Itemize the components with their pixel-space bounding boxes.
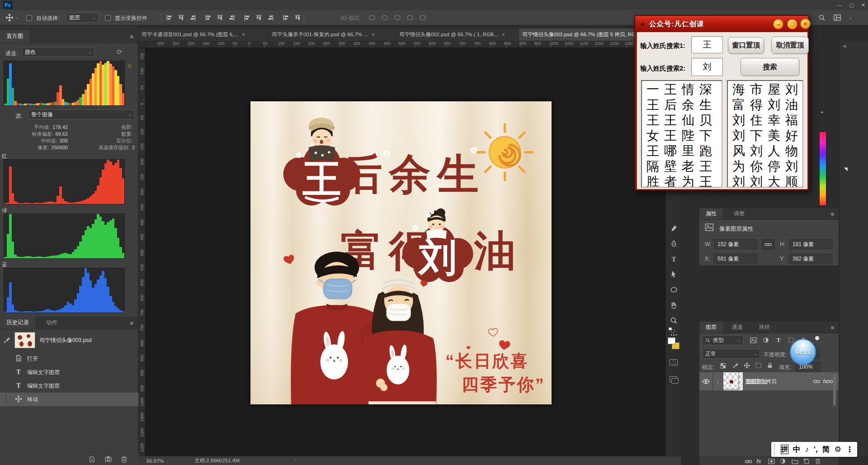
collapse-panels-icon[interactable]: « bbox=[843, 43, 846, 49]
tab-layers[interactable]: 图层 bbox=[699, 322, 723, 333]
lock-pixels-icon[interactable] bbox=[732, 362, 738, 369]
quick-mask-icon[interactable] bbox=[670, 359, 678, 365]
align-icon[interactable] bbox=[204, 14, 212, 21]
layer-style-icon[interactable]: fx bbox=[756, 458, 761, 465]
history-source-checkbox[interactable] bbox=[0, 380, 6, 391]
align-icon[interactable] bbox=[165, 14, 173, 21]
panel-menu-icon[interactable]: ≡ bbox=[130, 33, 133, 40]
cancel-pin-button[interactable]: 取消置顶 bbox=[771, 37, 809, 54]
pen-tool[interactable] bbox=[668, 238, 679, 249]
history-brush-source-icon[interactable] bbox=[3, 337, 10, 344]
screen-mode-icon[interactable] bbox=[670, 376, 677, 382]
tab-close-icon[interactable]: × bbox=[372, 32, 375, 38]
lock-all-icon[interactable] bbox=[767, 362, 773, 369]
name-result-item[interactable]: 风刘人物 bbox=[732, 143, 802, 159]
align-icon[interactable] bbox=[189, 14, 197, 21]
history-step-row[interactable]: 打开 bbox=[0, 352, 138, 365]
results-list-2[interactable]: 海市屋刘富得刘油刘住幸福刘下美好风刘人物为你停刘刘刘大顺 bbox=[727, 80, 803, 188]
color-panel-arrow-icon[interactable]: ▲ bbox=[820, 109, 824, 114]
name-result-item[interactable]: 富得刘油 bbox=[732, 97, 802, 113]
align-icon[interactable] bbox=[255, 14, 263, 21]
name-result-item[interactable]: 胜者为王 bbox=[646, 174, 722, 188]
show-transform-checkbox[interactable] bbox=[105, 15, 111, 21]
name-result-item[interactable]: 刘下美好 bbox=[732, 128, 802, 143]
color-ramp[interactable] bbox=[819, 132, 826, 206]
name-search-dialog[interactable]: 公众号:凡仁创课 – □ × 输入姓氏搜索1: 王 窗口置顶 取消置顶 输入姓氏… bbox=[634, 15, 809, 191]
layer-filter-dropdown[interactable]: 类型⌄ bbox=[702, 335, 744, 345]
tab-properties[interactable]: 属性 bbox=[699, 208, 723, 219]
vertical-ruler[interactable]: 1501005005010015020025030035040045050055… bbox=[138, 48, 146, 456]
history-snapshot-row[interactable]: 司宁情侣头像003.psd bbox=[3, 332, 92, 348]
new-snapshot-camera-icon[interactable] bbox=[105, 456, 112, 462]
ime-pinyin-icon[interactable]: 拼 bbox=[781, 445, 788, 454]
name-result-item[interactable]: 王哪里跑 bbox=[646, 143, 722, 159]
add-mask-icon[interactable] bbox=[768, 459, 775, 464]
filter-type-icon[interactable] bbox=[775, 337, 782, 343]
new-group-icon[interactable] bbox=[792, 459, 798, 464]
lock-transparent-icon[interactable] bbox=[720, 363, 726, 369]
name-result-item[interactable]: 海市屋刘 bbox=[732, 82, 802, 97]
height-field[interactable]: 181 像素 bbox=[789, 239, 832, 249]
delete-state-trash-icon[interactable] bbox=[121, 456, 127, 463]
zoom-tool[interactable] bbox=[668, 315, 679, 326]
layer-row[interactable]: ↓ T fx⌄ bbox=[699, 372, 839, 378]
status-chevron-icon[interactable]: 〉 bbox=[294, 457, 299, 464]
y-field[interactable]: 382 像素 bbox=[789, 254, 832, 264]
align-icon[interactable] bbox=[243, 14, 251, 21]
ime-chinese-mode-icon[interactable]: 中 bbox=[793, 446, 801, 453]
default-colors-icon[interactable] bbox=[669, 327, 675, 333]
refresh-histogram-icon[interactable]: ⟳ bbox=[117, 48, 123, 56]
tab-paths[interactable]: 路径 bbox=[753, 322, 776, 333]
history-source-checkbox[interactable] bbox=[0, 353, 6, 364]
align-icon[interactable] bbox=[294, 14, 302, 21]
tab-close-icon[interactable]: × bbox=[502, 32, 505, 38]
name-result-item[interactable]: 刘刘大顺 bbox=[732, 174, 802, 188]
cached-data-warning-icon[interactable]: ⚠ bbox=[127, 62, 132, 69]
tool-preset-chevron[interactable]: ⌄ bbox=[15, 15, 19, 19]
foreground-background-swatches[interactable] bbox=[668, 337, 679, 351]
hand-tool[interactable] bbox=[668, 299, 679, 310]
window-maximize-button[interactable]: ▢ bbox=[849, 2, 854, 8]
workspace-chevron-icon[interactable]: ⌄ bbox=[849, 15, 853, 20]
name-result-item[interactable]: 隔壁老王 bbox=[646, 159, 722, 174]
name-result-item[interactable]: 王王仙贝 bbox=[646, 113, 722, 128]
layer-name[interactable]: 图层 3 bbox=[745, 378, 761, 385]
expand-triangle-icon[interactable]: ◥ bbox=[844, 166, 848, 171]
tab-channels[interactable]: 通道 bbox=[726, 322, 749, 333]
document-tab[interactable]: 司宁卡通谐音001.psd @ 66.7% (图层 6,...× bbox=[138, 28, 269, 41]
panel-drag-strip[interactable] bbox=[0, 25, 138, 30]
zoom-level-field[interactable]: 66.67% bbox=[143, 458, 168, 464]
align-icon[interactable] bbox=[177, 14, 185, 21]
filter-adjustment-icon[interactable] bbox=[763, 337, 769, 343]
document-tab[interactable]: 司宁情侣头像002.psd @ 66.7% ( 1, RGB...× bbox=[396, 28, 519, 41]
horizontal-ruler[interactable]: 3002502001501005005010015020025030035040… bbox=[146, 41, 665, 48]
window-close-button[interactable]: ✕ bbox=[861, 2, 865, 8]
lock-artboard-icon[interactable] bbox=[755, 362, 762, 369]
tab-histogram[interactable]: 直方图 bbox=[0, 30, 30, 43]
name-result-item[interactable]: 王后余生 bbox=[646, 97, 722, 113]
layers-scrollbar[interactable] bbox=[833, 374, 836, 406]
move-tool-icon[interactable] bbox=[5, 14, 14, 22]
layer-thumbnail[interactable] bbox=[723, 372, 739, 378]
new-layer-icon[interactable] bbox=[803, 458, 809, 464]
path-select-tool[interactable] bbox=[668, 269, 679, 280]
results-list-1[interactable]: 一王情深王后余生王王仙贝女王陛下王哪里跑隔壁老王胜者为王 bbox=[641, 80, 722, 188]
search1-input[interactable]: 王 bbox=[691, 36, 723, 53]
type-tool[interactable] bbox=[668, 253, 679, 264]
link-wh-icon[interactable] bbox=[762, 239, 774, 250]
window-minimize-button[interactable]: — bbox=[837, 2, 842, 8]
blend-mode-dropdown[interactable]: 正常⌄ bbox=[702, 349, 760, 359]
ime-punctuation-icon[interactable]: ’, bbox=[813, 446, 817, 453]
dialog-close-button[interactable]: × bbox=[800, 19, 811, 29]
panel-menu-icon[interactable]: ≡ bbox=[830, 324, 834, 331]
align-icon[interactable] bbox=[282, 14, 290, 21]
dialog-minimize-button[interactable]: – bbox=[773, 19, 783, 29]
dialog-maximize-button[interactable]: □ bbox=[787, 19, 797, 29]
ime-simplified-icon[interactable]: 简 bbox=[822, 446, 830, 453]
ime-more-icon[interactable]: ⋮ bbox=[846, 446, 854, 453]
history-step-row[interactable]: 移动 bbox=[0, 393, 138, 406]
ime-toolbar[interactable]: 拼 中 ♪ ’, 简 ⚙ ⋮ bbox=[771, 442, 857, 457]
width-field[interactable]: 152 像素 bbox=[714, 239, 757, 249]
panel-menu-icon[interactable]: ≡ bbox=[830, 211, 834, 218]
auto-select-target-dropdown[interactable]: 图层⌄ bbox=[66, 13, 99, 23]
